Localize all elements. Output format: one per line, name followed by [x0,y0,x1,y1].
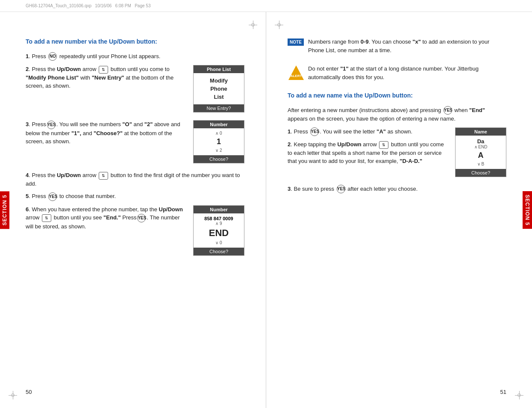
updown-icon-r2: ⇅ [379,141,388,149]
right-step-1-number: 1 [288,128,291,135]
screen2-footer: Choose? [194,155,244,163]
step-3-number: 3 [26,121,29,127]
name-screen-box: Name Da ∧ END A ∨ B Choose? [455,127,506,177]
screen1-item-modify: Modify [196,77,241,84]
right-step-3: 3. Be sure to press YES after each lette… [288,185,506,194]
two-label: "2" [144,121,153,127]
note-badge: NOTE [288,38,304,46]
step-6-block: Number 858 847 0009 ∧ 9 END ∨ 0 Choose? … [26,205,244,263]
screen3-header: Number [194,206,244,213]
note-bold-range: 0-9 [361,38,369,45]
no-button-icon: NO [48,52,57,61]
updown-label-2: Up/Down [57,66,81,72]
name-screen-below: ∨ B [458,162,503,166]
step-2-block: Phone List Modify Phone List New Entry? … [26,65,244,120]
left-heading: To add a new number via the Up/Down butt… [26,38,244,46]
right-step-3-number: 3 [288,186,291,192]
step-5-number: 5 [26,193,29,199]
yes-icon-intro: YES [444,106,452,115]
zero-label: "O" [122,121,132,127]
end-bold: "End" [469,107,485,113]
step-1-number: 1 [26,53,29,59]
screen2-body: ∧ 0 1 ∨ 2 [194,128,244,155]
screen3-below: ∨ 0 [196,240,241,245]
reg-mark-bottom-right-r [515,391,523,399]
file-info-text: GH68-12704A_Touch_101606.qxp 10/16/06 6:… [26,3,150,8]
step-2-number: 2 [26,66,29,72]
screen3-main: END [196,228,241,239]
right-intro: After entering a new number (instruction… [288,106,506,123]
right-page: SECTION 5 NOTE Numbers range from 0-9. Y… [266,12,532,408]
section-label-right-wrapper: SECTION 5 [523,184,532,236]
svg-text:ALERT: ALERT [291,74,302,78]
yes-icon-5: YES [48,192,57,201]
note-text: Numbers range from 0-9. You can choose "… [308,38,506,54]
step-6-number: 6 [26,206,29,213]
reg-mark-top-left-r [275,21,283,29]
name-screen-above: ∧ END [458,145,503,149]
screen3-footer: Choose? [194,248,244,255]
yes-icon-r1: YES [310,127,319,136]
one-label: "1", [71,130,81,136]
right-step-1-block: Name Da ∧ END A ∨ B Choose? 1. Press YES… [288,127,506,185]
step-4-number: 4 [26,172,29,178]
name-screen-footer: Choose? [456,169,506,177]
section-label-right: SECTION 5 [523,191,532,229]
updown-icon-2: ⇅ [99,66,108,74]
section-label-left: SECTION 5 [0,191,9,229]
screen3-above: ∧ 9 [196,221,241,226]
step-1: 1. Press NO repeatedly until your Phone … [26,52,244,61]
name-screen-body: Da ∧ END A ∨ B [456,136,506,169]
screen1-item-phone: Phone [196,86,241,92]
name-screen-main: A [458,151,503,160]
updown-label-4: Up/Down [57,172,81,178]
file-info-bar: GH68-12704A_Touch_101606.qxp 10/16/06 6:… [0,0,532,12]
left-content: To add a new number via the Up/Down butt… [26,38,244,263]
end-label: "End." [103,214,121,221]
choose-label-3: "Choose?" [94,130,123,136]
right-step-2-number: 2 [288,141,291,148]
page-number-left: 50 [26,389,32,395]
screen1-footer: New Entry? [194,104,244,112]
screen2-header: Number [194,121,244,128]
letter-a-bold: "A" [376,128,386,135]
left-page: SECTION 5 To add a new number via the Up… [0,12,266,408]
screen-box-2: Number ∧ 0 1 ∨ 2 Choose? [193,120,244,163]
alert-triangle-svg: ALERT [288,65,305,81]
yes-icon-3: YES [47,121,56,129]
screen1-header: Phone List [194,65,244,73]
screen-number2: Number 858 847 0009 ∧ 9 END ∨ 0 Choose? [193,205,244,260]
updown-icon-6: ⇅ [42,214,51,222]
name-screen-top: Da [458,138,503,145]
screen-phonelist: Phone List Modify Phone List New Entry? [193,65,244,117]
alert-bold-1: "1" [340,65,349,72]
section-label-left-wrapper: SECTION 5 [0,184,9,236]
alert-text: Do not enter "1" at the start of a long … [308,65,506,81]
screen-box-1: Phone List Modify Phone List New Entry? [193,65,244,112]
step-5-text: 5. Press YES to choose that number. [26,192,244,201]
alert-box: ALERT Do not enter "1" at the start of a… [288,65,506,86]
step-4-text: 4. Press the Up/Down arrow ⇅ button to f… [26,171,244,188]
screen1-item-list: List [196,94,241,100]
yes-icon-r3: YES [337,185,345,193]
updown-label-6: Up/Down [159,206,183,213]
reg-mark-top-right [249,21,257,29]
screen2-below: ∨ 2 [196,148,241,153]
reg-mark-bottom-left [9,391,17,399]
alert-icon: ALERT [288,65,304,81]
dad-bold: "D-A-D." [400,158,422,164]
new-entry-label: "New Entry" [92,74,124,81]
name-screen-header: Name [456,128,506,136]
yes-icon-6: YES [137,214,146,222]
note-bold-x: "x" [412,38,421,45]
page-wrapper: SECTION 5 To add a new number via the Up… [0,12,532,408]
page-number-right: 51 [500,389,506,395]
name-screen: Name Da ∧ END A ∨ B Choose? [455,127,506,181]
screen2-above: ∧ 0 [196,131,241,136]
updown-label-r2: Up/Down [337,141,361,148]
note-box: NOTE Numbers range from 0-9. You can cho… [288,38,506,59]
updown-icon-4: ⇅ [99,172,108,180]
screen3-body: 858 847 0009 ∧ 9 END ∨ 0 [194,213,244,248]
screen3-number: 858 847 0009 [196,216,241,221]
screen1-body: Modify Phone List [194,73,244,104]
